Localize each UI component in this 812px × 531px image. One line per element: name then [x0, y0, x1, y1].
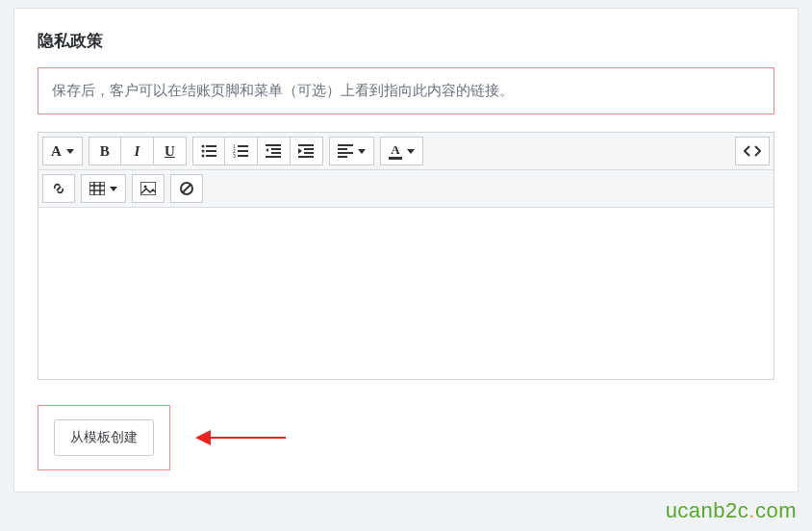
svg-point-2	[201, 150, 204, 153]
arrow-left-icon	[209, 437, 286, 439]
indent-button[interactable]	[291, 137, 323, 165]
svg-rect-15	[271, 152, 281, 154]
editor-toolbar-row2	[38, 170, 774, 208]
bold-button[interactable]: B	[89, 137, 121, 165]
chevron-down-icon	[358, 149, 366, 154]
unordered-list-button[interactable]	[192, 137, 225, 165]
svg-rect-19	[304, 148, 314, 150]
italic-icon: I	[134, 143, 140, 160]
privacy-policy-card: 隐私政策 保存后，客户可以在结账页脚和菜单（可选）上看到指向此内容的链接。 A …	[13, 8, 799, 493]
svg-rect-25	[338, 156, 347, 158]
remove-format-button[interactable]	[170, 174, 203, 203]
svg-rect-1	[206, 145, 216, 147]
table-button[interactable]	[81, 174, 126, 203]
svg-rect-21	[298, 156, 314, 158]
outdent-button[interactable]	[258, 137, 291, 165]
svg-rect-17	[298, 144, 314, 146]
footer-row: 从模板创建	[38, 405, 774, 470]
outdent-icon	[266, 144, 281, 158]
svg-point-4	[201, 155, 204, 158]
watermark-dot: .	[749, 498, 755, 522]
text-color-button[interactable]: A	[380, 137, 423, 165]
bold-icon: B	[100, 143, 110, 160]
svg-rect-24	[338, 152, 353, 154]
image-icon	[140, 182, 156, 195]
svg-marker-18	[298, 148, 302, 154]
svg-rect-23	[338, 148, 347, 150]
align-button[interactable]	[329, 137, 374, 165]
svg-rect-22	[338, 144, 353, 146]
svg-marker-13	[266, 148, 268, 152]
table-icon	[89, 182, 105, 195]
create-from-template-button[interactable]: 从模板创建	[54, 419, 154, 456]
svg-rect-5	[206, 155, 216, 157]
color-underline-icon	[389, 157, 402, 160]
svg-rect-31	[140, 182, 156, 195]
svg-rect-7	[238, 145, 248, 147]
svg-rect-26	[89, 182, 105, 195]
svg-rect-9	[238, 150, 248, 152]
chevron-down-icon	[407, 149, 415, 154]
svg-text:3: 3	[233, 153, 236, 158]
watermark-c: com	[755, 498, 797, 522]
chevron-down-icon	[66, 149, 74, 154]
rich-text-editor: A B I U	[38, 132, 774, 380]
link-icon	[51, 181, 66, 196]
editor-content-area[interactable]	[38, 208, 774, 379]
svg-rect-20	[304, 152, 314, 154]
svg-rect-3	[206, 150, 216, 152]
svg-rect-11	[238, 155, 248, 157]
svg-point-0	[201, 145, 204, 148]
underline-icon: U	[165, 143, 175, 160]
code-icon	[744, 145, 761, 157]
watermark: ucanb2c.com	[666, 498, 797, 523]
font-style-button[interactable]: A	[42, 137, 83, 165]
indent-icon	[298, 144, 314, 158]
highlight-box: 从模板创建	[38, 405, 170, 470]
ordered-list-button[interactable]: 1 2 3	[225, 137, 258, 165]
svg-line-34	[183, 185, 191, 193]
ban-icon	[179, 181, 194, 196]
image-button[interactable]	[132, 174, 165, 203]
svg-rect-12	[266, 144, 281, 146]
link-button[interactable]	[42, 174, 75, 203]
chevron-down-icon	[110, 187, 117, 191]
svg-rect-16	[266, 156, 281, 158]
info-message: 保存后，客户可以在结账页脚和菜单（可选）上看到指向此内容的链接。	[38, 67, 774, 114]
ordered-list-icon: 1 2 3	[233, 144, 248, 158]
editor-toolbar: A B I U	[38, 133, 774, 170]
font-style-glyph: A	[51, 143, 62, 160]
page-title: 隐私政策	[38, 30, 774, 52]
text-color-glyph: A	[391, 143, 399, 156]
watermark-a: ucanb2c	[666, 498, 749, 522]
unordered-list-icon	[201, 144, 216, 158]
italic-button[interactable]: I	[121, 137, 154, 165]
align-left-icon	[338, 144, 353, 158]
svg-rect-14	[271, 148, 281, 150]
underline-button[interactable]: U	[154, 137, 187, 165]
code-view-button[interactable]	[735, 137, 770, 165]
